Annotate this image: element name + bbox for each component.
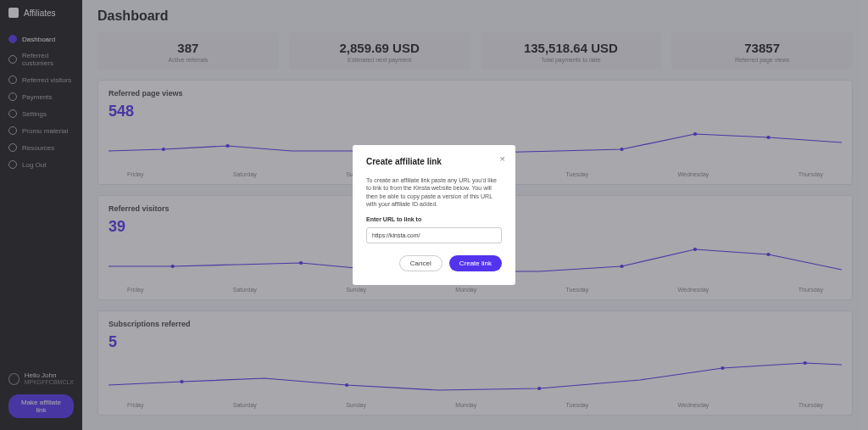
modal-overlay[interactable]: Create affiliate link × To create an aff… [0,0,868,430]
cancel-button[interactable]: Cancel [399,255,442,271]
url-input-label: Enter URL to link to [366,216,502,222]
modal-actions: Cancel Create link [366,255,502,271]
modal-description: To create an affiliate link paste any UR… [366,176,502,209]
create-link-button[interactable]: Create link [449,255,502,271]
close-icon[interactable]: × [500,154,505,164]
url-input[interactable] [366,227,502,243]
modal-title: Create affiliate link [366,157,502,166]
create-affiliate-link-modal: Create affiliate link × To create an aff… [353,145,515,286]
